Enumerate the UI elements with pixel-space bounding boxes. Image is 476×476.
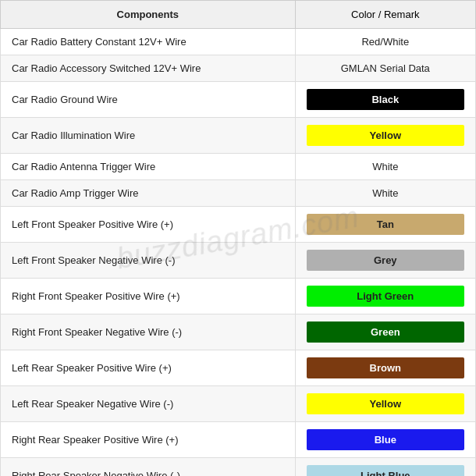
color-cell: Light Green [295, 279, 475, 314]
color-cell: Tan [295, 207, 475, 243]
component-cell: Left Front Speaker Negative Wire (-) [1, 243, 296, 279]
color-swatch: Yellow [307, 393, 464, 414]
table-row: Car Radio Antenna Trigger WireWhite [1, 154, 476, 180]
table-row: Car Radio Ground WireBlack [1, 82, 476, 118]
component-cell: Right Front Speaker Negative Wire (-) [1, 314, 296, 350]
color-swatch: Black [307, 89, 464, 110]
color-cell: White [295, 180, 475, 207]
table-row: Left Rear Speaker Negative Wire (-)Yello… [1, 386, 476, 422]
table-row: Right Front Speaker Positive Wire (+)Lig… [1, 279, 476, 314]
color-cell: Blue [295, 422, 475, 458]
component-cell: Right Front Speaker Positive Wire (+) [1, 279, 296, 314]
table-row: Car Radio Accessory Switched 12V+ WireGM… [1, 55, 476, 82]
table-row: Right Rear Speaker Positive Wire (+)Blue [1, 422, 476, 458]
component-cell: Left Front Speaker Positive Wire (+) [1, 207, 296, 243]
color-cell: Red/White [295, 29, 475, 55]
color-cell: White [295, 154, 475, 180]
component-cell: Left Rear Speaker Positive Wire (+) [1, 350, 296, 386]
component-cell: Car Radio Battery Constant 12V+ Wire [1, 29, 296, 55]
table-row: Car Radio Illumination WireYellow [1, 118, 476, 154]
table-row: Left Front Speaker Negative Wire (-)Grey [1, 243, 476, 279]
color-cell: Black [295, 82, 475, 118]
component-cell: Right Rear Speaker Negative Wire (-) [1, 458, 296, 477]
color-swatch: Tan [307, 214, 464, 235]
component-cell: Right Rear Speaker Positive Wire (+) [1, 422, 296, 458]
component-cell: Car Radio Ground Wire [1, 82, 296, 118]
table-row: Right Front Speaker Negative Wire (-)Gre… [1, 314, 476, 350]
color-cell: Grey [295, 243, 475, 279]
wiring-table: Components Color / Remark Car Radio Batt… [0, 0, 476, 476]
color-swatch: Blue [307, 429, 464, 450]
component-cell: Car Radio Illumination Wire [1, 118, 296, 154]
table-row: Car Radio Amp Trigger WireWhite [1, 180, 476, 207]
color-swatch: Yellow [307, 125, 464, 146]
color-cell: Yellow [295, 386, 475, 422]
color-cell: Yellow [295, 118, 475, 154]
color-swatch: Green [307, 321, 464, 343]
table-row: Right Rear Speaker Negative Wire (-)Ligh… [1, 458, 476, 477]
color-swatch: Brown [307, 357, 464, 378]
color-swatch: Light Blue [307, 465, 464, 476]
color-cell: Green [295, 314, 475, 350]
table-row: Car Radio Battery Constant 12V+ WireRed/… [1, 29, 476, 55]
component-cell: Car Radio Amp Trigger Wire [1, 180, 296, 207]
color-swatch: Light Green [307, 286, 464, 307]
component-cell: Left Rear Speaker Negative Wire (-) [1, 386, 296, 422]
header-color: Color / Remark [295, 1, 475, 29]
header-component: Components [1, 1, 296, 29]
color-cell: Brown [295, 350, 475, 386]
table-row: Left Rear Speaker Positive Wire (+)Brown [1, 350, 476, 386]
color-swatch: Grey [307, 250, 464, 271]
component-cell: Car Radio Accessory Switched 12V+ Wire [1, 55, 296, 82]
component-cell: Car Radio Antenna Trigger Wire [1, 154, 296, 180]
table-row: Left Front Speaker Positive Wire (+)Tan [1, 207, 476, 243]
color-cell: GMLAN Serial Data [295, 55, 475, 82]
color-cell: Light Blue [295, 458, 475, 477]
